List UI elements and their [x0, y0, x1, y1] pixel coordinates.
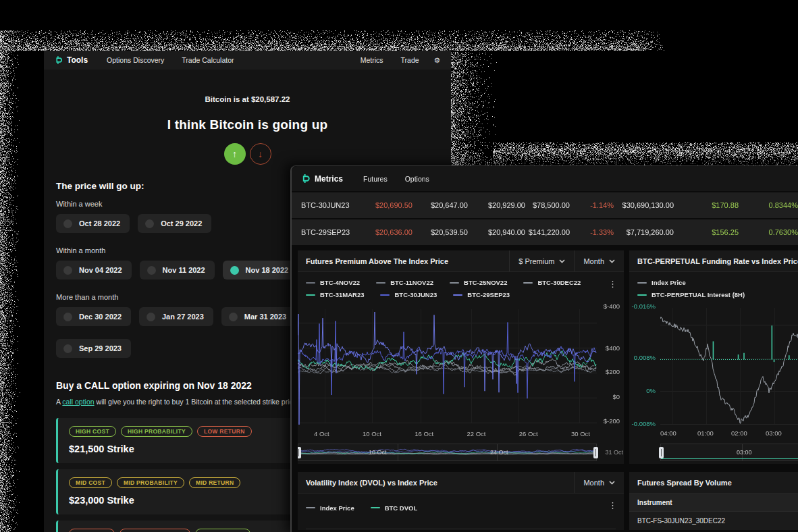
radio-icon [63, 266, 72, 275]
legend-swatch [371, 507, 380, 508]
navigator-left-handle[interactable] [298, 447, 301, 458]
x-tick-label: 02:00 [731, 429, 747, 437]
badge-return: MID RETURN [189, 477, 240, 488]
funding-y-axis: 0.008%0%-0.008%-0.016% [629, 302, 660, 427]
futures-table: BTC-30JUN23 $20,690.50 $20,647.00 $20,92… [292, 191, 798, 245]
tools-nav-item[interactable]: Trade [401, 56, 419, 64]
panel-title: Futures Premium Above The Index Price [298, 257, 448, 265]
cell-change: -1.14% [570, 201, 614, 209]
date-option-button[interactable]: Oct 29 2022 [138, 214, 211, 233]
badge-cost: HIGH COST [69, 426, 116, 437]
cell-open-interest: $30,690,130.00 [614, 201, 674, 209]
headline: I think Bitcoin is going up [44, 117, 451, 132]
badge-return: HIGH RETURN [195, 529, 250, 532]
x-tick-label: 22 Oct [467, 430, 485, 437]
legend-item[interactable]: BTC-29SEP23 [453, 291, 510, 298]
dropdown-control[interactable]: Month [574, 250, 624, 271]
dropdown-control[interactable]: $ Premium [509, 250, 574, 271]
x-tick-label: 26 Oct [519, 430, 538, 437]
spread-row[interactable]: BTC-FS-30JUN23_30DEC22 [629, 512, 798, 530]
date-option-button[interactable]: Jan 27 2023 [139, 307, 213, 326]
date-option-button[interactable]: Oct 28 2022 [56, 214, 130, 233]
legend-item[interactable]: BTC-PERPETUAL Interest (8H) [637, 291, 745, 298]
premium-chart[interactable] [298, 302, 597, 427]
legend-swatch [380, 294, 390, 296]
date-option-label: Sep 29 2023 [79, 344, 122, 352]
metrics-brand-label: Metrics [315, 174, 343, 184]
legend-swatch [523, 282, 533, 284]
dropdown-control[interactable]: Month [574, 472, 624, 493]
kebab-menu-icon[interactable]: ⋮ [608, 500, 617, 510]
legend-label: BTC-30JUN23 [394, 291, 437, 298]
cell-premium: $156.25 [674, 228, 739, 236]
funding-range-navigator[interactable]: 03:00 [660, 444, 798, 461]
dvol-legend: ⋮ Index Price BTC DVOL [298, 494, 624, 519]
premium-range-navigator[interactable]: 10 Oct 24 Oct 31 Oct [298, 444, 597, 461]
date-option-button[interactable]: Nov 18 2022 [223, 261, 298, 280]
legend-item[interactable]: BTC-25NOV22 [450, 279, 507, 286]
metrics-tab[interactable]: Futures [363, 175, 388, 183]
metrics-tab[interactable]: Options [405, 175, 429, 183]
date-option-button[interactable]: Nov 11 2022 [140, 261, 215, 280]
y-tick-label: 0% [646, 387, 656, 394]
deribit-logo-icon [301, 174, 311, 184]
date-option-label: Nov 04 2022 [79, 266, 122, 274]
date-option-label: Oct 29 2022 [161, 219, 202, 228]
divider [306, 529, 616, 529]
legend-item[interactable]: BTC-11NOV22 [376, 279, 433, 286]
navigator-label: 10 Oct [369, 449, 387, 456]
legend-label: Index Price [651, 279, 686, 286]
down-arrow-icon: ↓ [258, 149, 263, 159]
x-tick-label: 03:00 [766, 429, 782, 437]
date-option-button[interactable]: Dec 30 2022 [56, 307, 131, 326]
radio-icon [145, 219, 154, 228]
panel-title: BTC-PERPETUAL Funding Rate vs Index Pric… [629, 257, 798, 265]
date-option-button[interactable]: Nov 04 2022 [56, 261, 132, 280]
futures-table-row[interactable]: BTC-29SEP23 $20,636.00 $20,539.50 $20,94… [292, 218, 798, 245]
badge-cost: LOW COST [69, 529, 115, 532]
premium-controls: $ Premium Month [509, 250, 624, 271]
legend-label: BTC-PERPETUAL Interest (8H) [651, 291, 745, 298]
cell-premium-pct: 0.7630% [739, 228, 798, 236]
tools-nav: Options DiscoveryTrade Calculator [107, 56, 234, 64]
date-option-button[interactable]: Sep 29 2023 [56, 339, 131, 358]
y-tick-label: -0.008% [632, 420, 656, 427]
y-tick-label: $400 [606, 344, 620, 352]
call-option-link[interactable]: call option [62, 398, 94, 406]
legend-item[interactable]: BTC DVOL [371, 500, 418, 515]
legend-swatch [306, 282, 315, 284]
legend-item[interactable]: Index Price [637, 279, 686, 286]
gear-icon[interactable]: ⚙ [434, 56, 440, 64]
tools-nav-item[interactable]: Trade Calculator [182, 56, 234, 64]
legend-label: BTC-29SEP23 [467, 291, 510, 298]
navigator-label: 03:00 [737, 449, 752, 456]
radio-icon [63, 344, 72, 353]
legend-item[interactable]: Index Price [306, 500, 354, 515]
cell-last-price: $20,636.00 [364, 228, 413, 236]
direction-down-button[interactable]: ↓ [250, 143, 271, 165]
legend-item[interactable]: BTC-4NOV22 [306, 279, 360, 286]
tools-nav-item[interactable]: Metrics [361, 56, 383, 64]
date-option-button[interactable]: Mar 31 2023 [221, 307, 296, 326]
panel-title: Futures Spread By Volume [629, 479, 732, 487]
direction-up-button[interactable]: ↑ [224, 143, 246, 165]
legend-swatch [637, 294, 647, 296]
tools-header: Tools Options DiscoveryTrade Calculator … [44, 51, 451, 70]
tools-nav-item[interactable]: Options Discovery [107, 56, 164, 64]
legend-item[interactable]: BTC-30JUN23 [380, 291, 437, 298]
badge-probability: HIGH PROBABILITY [121, 426, 192, 437]
cell-premium: $170.88 [674, 201, 739, 209]
radio-icon [147, 266, 156, 275]
legend-item[interactable]: BTC-31MAR23 [306, 291, 364, 298]
navigator-left-handle[interactable] [659, 447, 664, 458]
legend-item[interactable]: BTC-30DEC22 [523, 279, 581, 286]
legend-swatch [306, 294, 315, 296]
navigator-right-handle[interactable] [593, 447, 598, 458]
dropdown-value: Month [583, 479, 604, 487]
date-option-label: Jan 27 2023 [162, 313, 204, 321]
funding-chart[interactable] [660, 302, 798, 427]
kebab-menu-icon[interactable]: ⋮ [608, 279, 617, 289]
y-tick-label: $-400 [604, 302, 620, 310]
cell-change: -1.33% [570, 228, 614, 236]
futures-table-row[interactable]: BTC-30JUN23 $20,690.50 $20,647.00 $20,92… [292, 191, 798, 218]
